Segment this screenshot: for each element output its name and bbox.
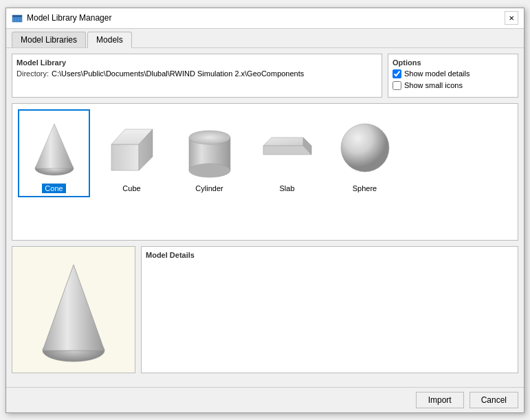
show-small-icons-label: Show small icons (404, 81, 463, 89)
directory-row: Directory: C:\Users\Public\Documents\Dlu… (16, 69, 377, 78)
models-grid: Cone (12, 103, 518, 241)
model-image-sphere (331, 113, 399, 182)
main-window: Model Library Manager ✕ Model Libraries … (5, 8, 525, 413)
model-image-slab (253, 113, 322, 182)
bottom-row: Model Details (12, 246, 518, 373)
window-icon (12, 12, 23, 23)
model-image-cone (20, 113, 89, 182)
show-model-details-label: Show model details (404, 69, 470, 78)
model-preview-box (12, 246, 135, 373)
model-item-cube[interactable]: Cube (96, 109, 168, 197)
title-bar-left: Model Library Manager (12, 12, 111, 23)
directory-path: C:\Users\Public\Documents\Dlubal\RWIND S… (52, 69, 304, 78)
options-box: Options Show model details Show small ic… (388, 54, 518, 98)
model-label-sphere: Sphere (350, 184, 379, 193)
show-model-details-row: Show model details (393, 69, 514, 78)
tab-model-libraries[interactable]: Model Libraries (12, 32, 86, 47)
close-button[interactable]: ✕ (505, 11, 518, 25)
svg-marker-7 (111, 144, 139, 170)
svg-point-16 (341, 124, 389, 172)
footer: Import Cancel (6, 387, 524, 412)
show-model-details-checkbox[interactable] (393, 69, 401, 78)
title-bar: Model Library Manager ✕ (6, 8, 524, 29)
main-content: Model Library Directory: C:\Users\Public… (6, 48, 524, 387)
model-label-cylinder: Cylinder (192, 184, 225, 193)
show-small-icons-row: Show small icons (393, 81, 514, 90)
cancel-button[interactable]: Cancel (470, 392, 518, 408)
model-label-cone: Cone (42, 184, 65, 193)
import-button[interactable]: Import (416, 392, 464, 408)
window-title: Model Library Manager (27, 13, 111, 23)
svg-marker-6 (35, 124, 74, 168)
svg-point-12 (189, 131, 230, 144)
model-label-slab: Slab (276, 184, 297, 193)
tab-bar: Model Libraries Models (6, 29, 524, 48)
model-item-sphere[interactable]: Sphere (329, 109, 401, 197)
model-image-cylinder (175, 113, 244, 182)
model-item-cone[interactable]: Cone (18, 109, 90, 197)
show-small-icons-checkbox[interactable] (393, 81, 401, 90)
model-details-box: Model Details (141, 246, 518, 373)
options-title: Options (393, 58, 514, 67)
model-image-cube (98, 113, 166, 182)
model-details-title: Model Details (146, 251, 514, 259)
top-row: Model Library Directory: C:\Users\Public… (12, 54, 518, 98)
svg-point-11 (189, 164, 230, 177)
model-library-box: Model Library Directory: C:\Users\Public… (12, 54, 382, 98)
model-item-cylinder[interactable]: Cylinder (173, 109, 245, 197)
model-item-slab[interactable]: Slab (251, 109, 323, 197)
svg-marker-18 (43, 265, 104, 351)
tab-models[interactable]: Models (87, 32, 132, 48)
directory-label: Directory: (16, 69, 49, 78)
model-label-cube: Cube (120, 184, 143, 193)
model-library-title: Model Library (16, 58, 377, 67)
